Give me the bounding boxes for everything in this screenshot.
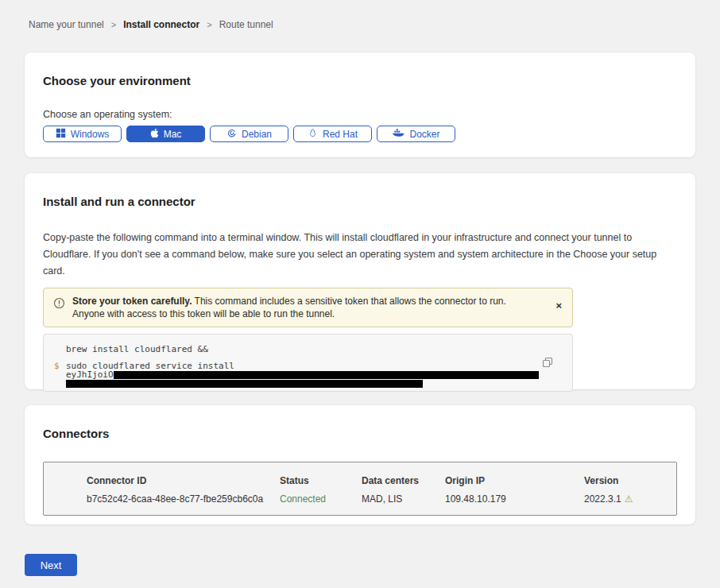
- install-description: Copy-paste the following command into a …: [43, 230, 674, 280]
- card-title-install: Install and run a connector: [43, 195, 677, 209]
- breadcrumb-separator: >: [111, 20, 116, 29]
- docker-icon: [392, 128, 405, 140]
- header-origin-ip: Origin IP: [445, 475, 584, 486]
- os-button-redhat[interactable]: Red Hat: [293, 126, 372, 142]
- cell-data-centers: MAD, LIS: [362, 493, 445, 505]
- table-row: b7c52c42-6caa-48ee-8c77-fbe259cb6c0a Con…: [44, 493, 676, 505]
- connectors-card: Connectors Connector ID Status Data cent…: [25, 405, 695, 524]
- card-title-connectors: Connectors: [43, 427, 677, 441]
- debian-icon: [226, 128, 237, 141]
- install-connector-card: Install and run a connector Copy-paste t…: [25, 173, 695, 389]
- copy-icon[interactable]: [542, 357, 553, 370]
- version-value: 2022.3.1: [584, 493, 621, 505]
- header-data-centers: Data centers: [362, 475, 445, 486]
- breadcrumb-step-name-tunnel[interactable]: Name your tunnel: [29, 19, 104, 30]
- os-button-windows[interactable]: Windows: [43, 126, 122, 142]
- cell-version: 2022.3.1⚠: [584, 493, 676, 505]
- status-badge: Connected: [280, 493, 362, 505]
- code-line-sudo: $sudo cloudflared service install: [66, 362, 540, 370]
- os-button-label: Debian: [242, 129, 272, 140]
- warning-bold-text: Store your token carefully.: [72, 296, 192, 307]
- close-icon[interactable]: ×: [555, 300, 562, 311]
- os-button-label: Red Hat: [323, 129, 358, 140]
- breadcrumb: Name your tunnel > Install connector > R…: [29, 19, 720, 29]
- install-command-code-block: brew install cloudflared && $sudo cloudf…: [43, 334, 573, 392]
- breadcrumb-step-install-connector[interactable]: Install connector: [123, 19, 199, 30]
- choose-environment-card: Choose your environment Choose an operat…: [25, 52, 695, 157]
- windows-icon: [56, 128, 66, 141]
- os-button-debian[interactable]: Debian: [210, 126, 288, 142]
- header-connector-id: Connector ID: [87, 475, 280, 486]
- os-button-label: Windows: [71, 129, 110, 140]
- cell-origin-ip: 109.48.10.179: [445, 493, 584, 505]
- os-button-label: Docker: [409, 129, 439, 140]
- table-header-row: Connector ID Status Data centers Origin …: [44, 475, 676, 486]
- redacted-token-bar: [66, 380, 423, 388]
- token-warning-banner: Store your token carefully. This command…: [43, 288, 573, 327]
- redacted-token-bar: [114, 371, 539, 379]
- os-button-docker[interactable]: Docker: [377, 126, 455, 142]
- connectors-table: Connector ID Status Data centers Origin …: [43, 462, 677, 516]
- cell-connector-id: b7c52c42-6caa-48ee-8c77-fbe259cb6c0a: [87, 493, 280, 505]
- card-title-environment: Choose your environment: [43, 74, 677, 88]
- code-line-sudo-text: sudo cloudflared service install: [66, 361, 234, 371]
- next-button[interactable]: Next: [25, 554, 77, 576]
- header-status: Status: [280, 475, 362, 486]
- code-line-token-2: [66, 379, 540, 388]
- code-line-token: eyJhIjoiO: [66, 370, 540, 379]
- shell-prompt: $: [54, 362, 60, 370]
- os-button-group: Windows Mac Debian Red Hat: [43, 126, 677, 142]
- os-select-label: Choose an operating system:: [43, 109, 677, 120]
- header-version: Version: [584, 475, 676, 486]
- version-warning-icon: ⚠: [625, 493, 633, 505]
- redhat-icon: [308, 128, 318, 141]
- info-icon: [53, 297, 65, 312]
- apple-icon: [150, 128, 159, 141]
- os-button-mac[interactable]: Mac: [126, 126, 205, 142]
- breadcrumb-separator: >: [207, 20, 211, 29]
- code-line-brew: brew install cloudflared &&: [66, 345, 540, 354]
- os-button-label: Mac: [164, 129, 182, 140]
- breadcrumb-step-route-tunnel[interactable]: Route tunnel: [219, 19, 273, 30]
